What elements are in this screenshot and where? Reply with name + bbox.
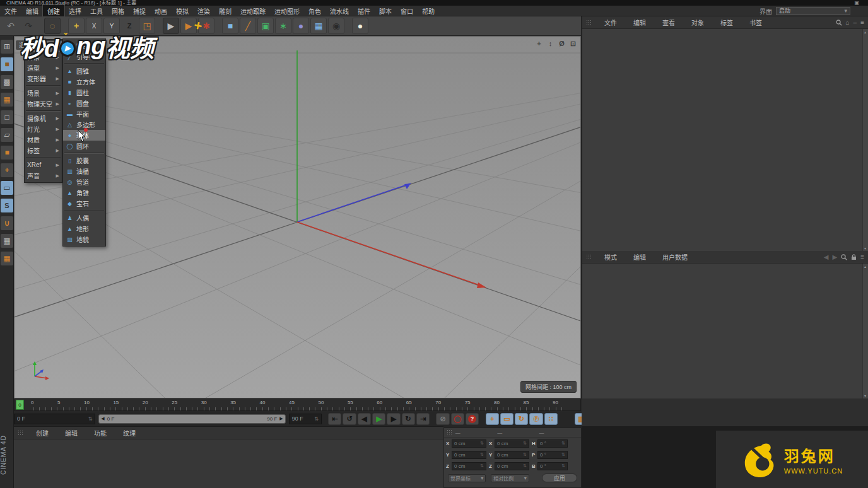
mat-menu-texture[interactable]: 纹理 — [119, 427, 140, 439]
range-right-handle[interactable]: ▶ — [279, 416, 283, 421]
menu-simulate[interactable]: 模拟 — [172, 5, 193, 17]
workplane-lock-icon[interactable]: ▦ — [1, 234, 13, 248]
om-menu-objects[interactable]: 对象 — [687, 16, 708, 28]
panel-menu-icon[interactable]: ≡ — [860, 253, 864, 260]
magnet-snap-icon[interactable]: ∪ — [1, 216, 13, 230]
viewport-solo-icon[interactable]: ▭ — [1, 181, 13, 195]
menu-tools[interactable]: 工具 — [86, 5, 107, 17]
stepper-icon[interactable]: ⇅ — [480, 441, 484, 446]
minimize-icon[interactable]: ‒ — [853, 19, 857, 26]
submenu-item-guide[interactable]: ╱引导线 — [63, 51, 105, 62]
stepper-icon[interactable]: ⇅ — [523, 452, 527, 457]
coordinate-system-dropdown[interactable]: 世界坐标▾ — [448, 474, 486, 482]
submenu-item-platonic[interactable]: ◆宝石 — [63, 198, 105, 209]
om-menu-view[interactable]: 查看 — [658, 16, 679, 28]
lock-y-axis-icon[interactable]: Y — [103, 18, 120, 34]
menu-render[interactable]: 渲染 — [193, 5, 214, 17]
add-camera-icon[interactable]: ◉ — [328, 18, 344, 34]
layout-preset-dropdown[interactable]: 启动 ▾ — [776, 7, 850, 15]
create-menu-item-xref[interactable]: XRef▶ — [25, 160, 62, 170]
apply-button[interactable]: 应用 — [542, 473, 577, 482]
submenu-item-cone[interactable]: ▲圆锥 — [63, 66, 105, 76]
menu-snap[interactable]: 捕捉 — [129, 5, 150, 17]
create-menu-item-tag[interactable]: 标签▶ — [25, 145, 62, 156]
scroll-down-icon[interactable]: ▾ — [864, 246, 866, 250]
rotate-view-icon[interactable]: Ø — [557, 39, 566, 48]
om-menu-tags[interactable]: 标签 — [716, 16, 737, 28]
restore-window-icon[interactable]: ▣ — [854, 0, 859, 6]
create-menu-item-material[interactable]: 材质▶ — [25, 134, 62, 145]
rotation-b-field[interactable]: 0 °⇅ — [537, 462, 568, 470]
mat-menu-function[interactable]: 功能 — [90, 427, 111, 439]
menu-sculpt[interactable]: 雕刻 — [214, 5, 236, 17]
home-icon[interactable]: ⌂ — [846, 19, 850, 26]
menu-motion-tracker[interactable]: 运动跟踪 — [236, 5, 270, 17]
submenu-item-cube[interactable]: ■立方体 — [63, 76, 105, 87]
autokey-help-button[interactable]: ? — [466, 413, 479, 425]
menu-character[interactable]: 角色 — [304, 5, 326, 17]
create-menu-item-spline[interactable]: 样条▶ — [25, 52, 62, 62]
prev-key-button[interactable]: ↺ — [343, 413, 356, 425]
rotation-p-field[interactable]: 0 °⇅ — [537, 451, 568, 459]
rotation-h-field[interactable]: 0 °⇅ — [537, 439, 568, 448]
create-menu-item-sound[interactable]: 声音▶ — [25, 170, 62, 181]
prev-frame-button[interactable]: ◀ — [358, 413, 371, 425]
submenu-item-tube[interactable]: ◎管道 — [63, 177, 105, 187]
add-subdivision-icon[interactable]: ▣ — [257, 18, 274, 34]
pan-view-icon[interactable]: + — [534, 39, 544, 48]
create-menu-item-deformer[interactable]: 变形器▶ — [25, 73, 62, 84]
menu-create[interactable]: 创建 — [43, 5, 64, 17]
stepper-icon[interactable]: ⇅ — [314, 416, 319, 422]
search-icon[interactable] — [836, 20, 842, 26]
play-button[interactable]: ▶ — [372, 413, 385, 425]
object-axis-mode-icon[interactable]: ■ — [1, 146, 13, 160]
zoom-view-icon[interactable]: ↕ — [546, 39, 555, 48]
scroll-up-icon[interactable]: ▴ — [864, 264, 866, 269]
om-menu-edit[interactable]: 编辑 — [629, 16, 650, 28]
attribute-manager-body[interactable] — [582, 264, 862, 398]
scroll-up-icon[interactable]: ▴ — [864, 30, 866, 34]
enable-axis-icon[interactable]: + — [1, 163, 13, 177]
frame-field[interactable]: 0 F⇅ — [14, 414, 95, 424]
workplane-icon[interactable]: ▦ — [1, 252, 13, 265]
create-menu-item-modeling[interactable]: 造型▶ — [25, 62, 62, 73]
texture-mode-icon[interactable]: ▩ — [1, 75, 13, 89]
mat-menu-create[interactable]: 创建 — [32, 427, 53, 439]
attribute-manager-scrollbar[interactable]: ▴▾ — [862, 264, 868, 398]
menu-mograph[interactable]: 运动图形 — [270, 5, 304, 17]
coordinate-system-icon[interactable]: ◳ — [139, 18, 155, 34]
create-menu-item-camera[interactable]: 摄像机▶ — [25, 113, 62, 124]
menu-edit[interactable]: 编辑 — [21, 5, 43, 17]
record-scale-button[interactable]: ▭ — [500, 413, 513, 425]
stepper-icon[interactable]: ⇅ — [523, 441, 527, 446]
panel-menu-icon[interactable]: ≡ — [860, 19, 864, 26]
make-editable-icon[interactable]: ⊞ — [1, 40, 13, 54]
size-x-field[interactable]: 0 cm⇅ — [495, 439, 529, 448]
create-menu-item-light[interactable]: 灯光▶ — [25, 124, 62, 134]
enable-snap-icon[interactable]: S — [1, 199, 13, 212]
render-picture-viewer-icon[interactable]: ▶ — [180, 18, 197, 34]
menu-script[interactable]: 脚本 — [375, 5, 396, 17]
submenu-item-landscape[interactable]: ▲地形 — [63, 223, 105, 234]
position-x-field[interactable]: 0 cm⇅ — [452, 439, 486, 448]
position-z-field[interactable]: 0 cm⇅ — [452, 462, 486, 470]
submenu-item-capsule[interactable]: ▯胶囊 — [63, 155, 105, 166]
stepper-icon[interactable]: ⇅ — [88, 416, 93, 422]
add-spline-icon[interactable]: ╱ — [240, 18, 256, 34]
submenu-item-pyramid[interactable]: ▲角锥 — [63, 187, 105, 198]
object-manager-scrollbar[interactable]: ▴▾ — [862, 29, 868, 251]
record-position-button[interactable]: + — [486, 413, 499, 425]
stepper-icon[interactable]: ⇅ — [561, 441, 565, 446]
submenu-item-relief[interactable]: ▨地貌 — [63, 234, 105, 245]
next-frame-button[interactable]: ▶ — [387, 413, 400, 425]
goto-end-button[interactable]: ⇥ — [416, 413, 430, 425]
menu-plugins[interactable]: 插件 — [353, 5, 375, 17]
points-mode-icon[interactable]: ▦ — [1, 93, 13, 107]
submenu-item-plane[interactable]: ▬平面 — [63, 108, 105, 119]
end-frame-field[interactable]: 90 F⇅ — [289, 414, 322, 424]
menu-file[interactable]: 文件 — [0, 5, 21, 17]
model-mode-icon[interactable]: ■ — [1, 57, 13, 71]
lock-x-axis-icon[interactable]: X — [86, 18, 102, 34]
submenu-item-cylinder[interactable]: ▮圆柱 — [63, 87, 105, 98]
stepper-icon[interactable]: ⇅ — [480, 463, 484, 468]
